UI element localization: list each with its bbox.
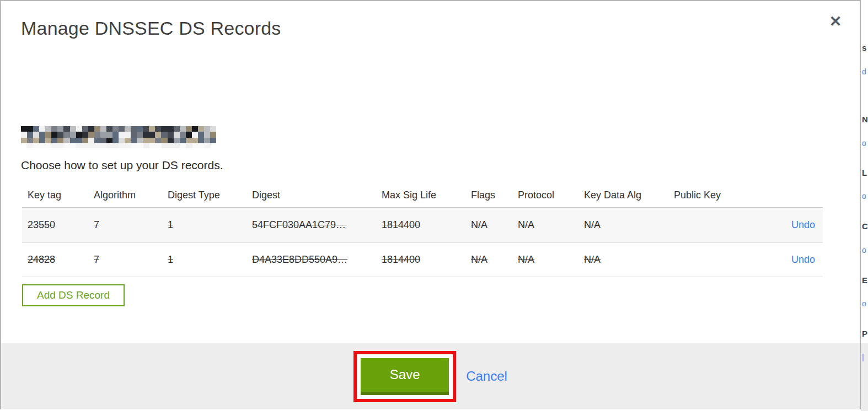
background-page-sliver: sdNoLoCoEoP| — [861, 0, 868, 411]
redaction-pixel — [204, 126, 210, 132]
redaction-pixel — [88, 132, 94, 137]
redaction-pixel — [106, 132, 112, 137]
background-text-fragment: o — [862, 139, 866, 148]
table-cell: 24828 — [22, 254, 88, 266]
redaction-pixel — [106, 126, 112, 132]
redaction-pixel — [204, 132, 210, 137]
redaction-pixel — [82, 143, 88, 148]
redaction-pixel — [210, 132, 216, 137]
column-header: Key Data Alg — [578, 190, 668, 201]
redaction-pixel — [57, 138, 63, 143]
table-cell: 1814400 — [376, 219, 465, 231]
table-cell: N/A — [578, 219, 668, 231]
column-header: Max Sig Life — [376, 190, 465, 201]
redaction-pixel — [100, 132, 106, 137]
redaction-pixel — [70, 132, 76, 137]
background-text-fragment: | — [862, 353, 864, 361]
redaction-pixel — [125, 138, 131, 143]
redaction-pixel — [119, 138, 125, 143]
cancel-link[interactable]: Cancel — [466, 369, 507, 384]
table-cell: 23550 — [22, 219, 88, 231]
table-cell: N/A — [512, 254, 578, 266]
redaction-pixel — [143, 143, 149, 148]
redaction-pixel — [174, 138, 180, 143]
background-text-fragment: d — [862, 67, 866, 76]
redaction-pixel — [33, 126, 39, 132]
redaction-pixel — [63, 138, 69, 143]
redaction-pixel — [168, 143, 174, 148]
table-header-row: Key tagAlgorithmDigest TypeDigestMax Sig… — [22, 183, 823, 208]
table-cell: D4A33E8DD550A9… — [247, 254, 376, 266]
redaction-pixel — [168, 132, 174, 137]
close-icon[interactable]: ✕ — [826, 12, 845, 31]
redaction-pixel — [76, 126, 82, 132]
table-cell: N/A — [465, 254, 512, 266]
redaction-pixel — [205, 143, 211, 148]
table-row: 2482871D4A33E8DD550A9…1814400N/AN/AN/AUn… — [22, 242, 823, 277]
redaction-pixel — [149, 143, 156, 148]
redaction-pixel — [143, 132, 149, 137]
redaction-pixel — [192, 143, 199, 148]
redaction-pixel — [94, 126, 100, 132]
redaction-pixel — [180, 143, 186, 148]
redaction-pixel — [137, 138, 143, 143]
redaction-pixel — [125, 143, 131, 148]
redaction-pixel — [70, 138, 76, 143]
screenshot-canvas: Manage DNSSEC DS Records ✕ Choose how to… — [0, 0, 868, 411]
column-header: Key tag — [22, 190, 88, 201]
redaction-pixel — [63, 143, 69, 148]
undo-link[interactable]: Undo — [791, 254, 815, 265]
column-header: Digest Type — [162, 190, 247, 201]
redaction-pixel — [82, 138, 88, 143]
redaction-pixel — [186, 143, 192, 148]
table-cell: 54FCF030AA1C79… — [247, 219, 376, 231]
redaction-pixel — [174, 143, 180, 148]
column-header: Public Key — [668, 190, 746, 201]
column-header: Flags — [465, 190, 512, 201]
redaction-pixel — [112, 132, 119, 137]
redaction-pixel — [21, 126, 27, 132]
redaction-pixel — [137, 143, 143, 148]
redaction-pixel — [210, 138, 216, 143]
redaction-pixel — [51, 126, 57, 132]
background-text-fragment: o — [862, 192, 866, 201]
redaction-pixel — [82, 126, 88, 132]
redaction-pixel — [27, 126, 33, 132]
table-cell: 7 — [88, 254, 162, 266]
redaction-pixel — [143, 138, 149, 143]
table-cell: 1 — [162, 254, 247, 266]
redaction-pixel — [192, 126, 198, 132]
redaction-pixel — [106, 138, 112, 143]
redaction-pixel — [57, 143, 63, 148]
background-text-fragment: L — [862, 168, 867, 177]
redaction-pixel — [180, 126, 186, 132]
redaction-pixel — [88, 138, 94, 143]
redaction-pixel — [94, 132, 100, 137]
redaction-pixel — [155, 126, 161, 132]
redaction-pixel — [198, 138, 204, 143]
redaction-pixel — [33, 132, 39, 137]
redaction-pixel — [57, 132, 63, 137]
redaction-pixel — [168, 138, 174, 143]
save-button[interactable]: Save — [361, 358, 449, 395]
redaction-pixel — [186, 132, 192, 137]
column-header: Protocol — [512, 190, 578, 201]
redaction-pixel — [180, 138, 186, 143]
redaction-pixel — [204, 138, 210, 143]
redaction-pixel — [186, 138, 192, 143]
redaction-pixel — [27, 138, 33, 143]
redaction-pixel — [100, 143, 106, 148]
undo-link[interactable]: Undo — [791, 219, 815, 230]
redaction-pixel — [51, 132, 57, 137]
redaction-pixel — [192, 138, 198, 143]
redaction-pixel — [33, 143, 39, 148]
dialog-title: Manage DNSSEC DS Records — [21, 18, 281, 39]
add-ds-record-button[interactable]: Add DS Record — [22, 284, 125, 306]
redaction-pixel — [26, 143, 33, 148]
redaction-pixel — [198, 132, 204, 137]
redaction-pixel — [106, 143, 112, 148]
background-text-fragment: o — [862, 246, 866, 255]
redaction-pixel — [100, 138, 106, 143]
redaction-pixel — [161, 132, 167, 137]
redaction-pixel — [112, 126, 119, 132]
